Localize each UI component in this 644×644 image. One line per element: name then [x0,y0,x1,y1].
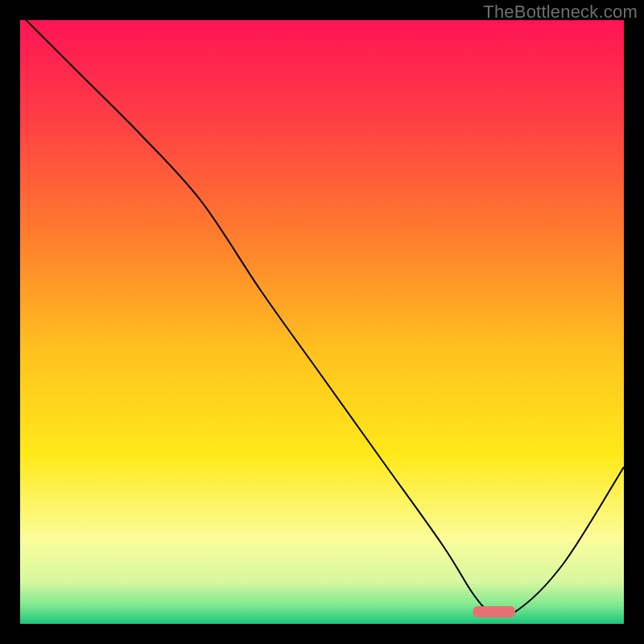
optimum-marker [473,606,516,617]
chart-frame: TheBottleneck.com [0,0,644,644]
chart-plot-area [20,20,624,624]
chart-svg [20,20,624,624]
gradient-background [20,20,624,624]
